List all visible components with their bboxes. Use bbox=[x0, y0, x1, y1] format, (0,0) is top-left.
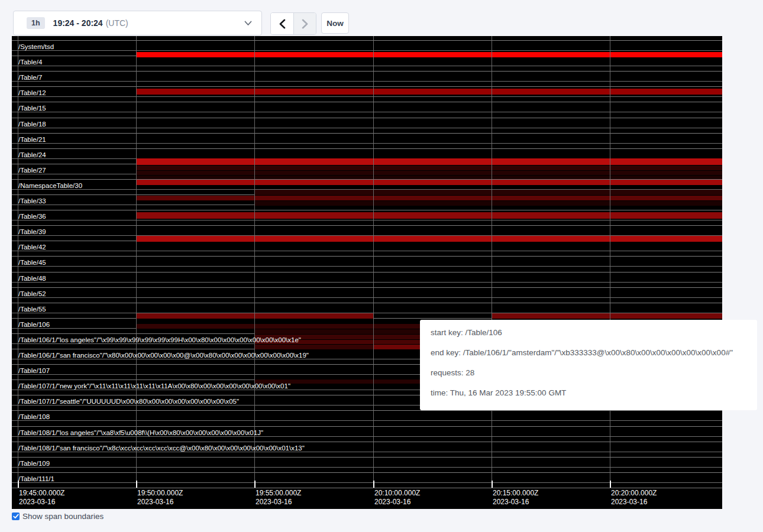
next-interval-button-disabled[interactable] bbox=[293, 13, 316, 34]
row-label: /System/tsd bbox=[18, 43, 54, 51]
row-label: /Table/55 bbox=[18, 306, 46, 313]
heatmap-band[interactable] bbox=[254, 190, 722, 195]
row-label: /Table/107/1/"seattle"/"UUUUUUD\x00\x80\… bbox=[18, 398, 239, 406]
time-bucket-line bbox=[254, 36, 255, 488]
span-boundary-line bbox=[12, 287, 722, 288]
time-range-text: 19:24 - 20:24 bbox=[53, 18, 103, 28]
now-button-label: Now bbox=[326, 19, 344, 28]
row-label: /Table/106/1/"los angeles"/"\x99\x99\x99… bbox=[18, 336, 301, 344]
time-tick bbox=[373, 481, 374, 488]
span-boundary-line bbox=[12, 128, 722, 128]
chevron-down-icon bbox=[244, 18, 252, 28]
heatmap-band[interactable] bbox=[136, 196, 722, 201]
row-label: /Table/109 bbox=[18, 460, 50, 468]
row-label: /Table/111/1 bbox=[18, 475, 54, 483]
span-boundary-line bbox=[12, 251, 722, 251]
span-boundary-line bbox=[12, 81, 722, 82]
time-axis-label: 19:50:00.000Z2023-03-16 bbox=[137, 489, 183, 507]
chevron-right-icon bbox=[301, 19, 309, 29]
span-boundary-line bbox=[12, 282, 722, 283]
key-visualizer-canvas[interactable]: 19:45:00.000Z2023-03-1619:50:00.000Z2023… bbox=[12, 36, 722, 509]
span-boundary-line bbox=[12, 303, 722, 303]
now-button[interactable]: Now bbox=[321, 12, 349, 34]
span-boundary-line bbox=[12, 86, 722, 87]
span-boundary-line bbox=[12, 266, 722, 267]
time-tick bbox=[492, 481, 493, 488]
row-label: /Table/107 bbox=[18, 367, 50, 375]
show-span-boundaries-checkbox[interactable] bbox=[12, 512, 20, 520]
row-label: /Table/48 bbox=[18, 275, 46, 283]
row-label: /Table/15 bbox=[18, 105, 46, 112]
heatmap-band[interactable] bbox=[136, 212, 722, 219]
span-boundary-line bbox=[12, 472, 722, 473]
row-label: /Table/24 bbox=[18, 151, 46, 159]
tooltip-end-key: end key: /Table/106/1/"amsterdam"/"\xb33… bbox=[431, 347, 746, 358]
timezone-text: (UTC) bbox=[106, 18, 128, 28]
heatmap-band[interactable] bbox=[492, 313, 722, 319]
span-boundary-line bbox=[12, 457, 722, 458]
duration-badge: 1h bbox=[27, 17, 45, 29]
row-label: /Table/52 bbox=[18, 290, 46, 298]
span-boundary-line bbox=[12, 225, 722, 226]
heatmap-band[interactable] bbox=[136, 176, 722, 179]
time-axis-label: 20:15:00.000Z2023-03-16 bbox=[493, 489, 538, 507]
time-tick bbox=[136, 481, 137, 488]
heatmap-band[interactable] bbox=[254, 201, 722, 206]
heatmap-band[interactable] bbox=[136, 171, 722, 175]
time-axis-label: 19:45:00.000Z2023-03-16 bbox=[19, 489, 64, 507]
row-label: /Table/106/1/"san francisco"/"\x80\x00\x… bbox=[18, 352, 309, 359]
heatmap-band[interactable] bbox=[136, 166, 722, 170]
span-boundary-line bbox=[12, 297, 722, 298]
span-boundary-line bbox=[12, 410, 722, 411]
row-label: /Table/7 bbox=[18, 74, 42, 82]
chevron-left-icon bbox=[279, 19, 286, 29]
span-boundary-line bbox=[12, 148, 722, 149]
row-label: /Table/42 bbox=[18, 244, 46, 251]
row-label: /Table/108/1/"los angeles"/"\xa8\xf5\u00… bbox=[18, 429, 263, 437]
time-bucket-line bbox=[610, 36, 610, 488]
previous-interval-button[interactable] bbox=[271, 13, 293, 34]
row-label: /NamespaceTable/30 bbox=[18, 182, 82, 190]
span-boundary-line bbox=[12, 426, 722, 427]
span-boundary-line bbox=[12, 40, 722, 41]
time-axis-label: 19:55:00.000Z2023-03-16 bbox=[256, 489, 301, 507]
time-nav-group bbox=[270, 12, 316, 35]
time-tick bbox=[254, 481, 256, 488]
row-label: /Table/36 bbox=[18, 213, 46, 220]
span-boundary-line bbox=[12, 112, 722, 112]
span-boundary-line bbox=[12, 272, 722, 273]
heatmap-band[interactable] bbox=[136, 180, 722, 186]
span-boundary-line bbox=[12, 256, 722, 257]
row-label: /Table/108/1/"san francisco"/"\x8c\xcc\x… bbox=[18, 445, 305, 452]
span-boundary-line bbox=[12, 96, 722, 97]
row-label: /Table/12 bbox=[18, 89, 46, 97]
span-tooltip: start key: /Table/106 end key: /Table/10… bbox=[420, 320, 757, 410]
footer: Show span boundaries bbox=[12, 512, 104, 521]
heatmap-band[interactable] bbox=[136, 158, 722, 165]
span-boundary-line bbox=[12, 118, 722, 118]
time-range-selector[interactable]: 1h 19:24 - 20:24 (UTC) bbox=[13, 11, 262, 35]
span-boundary-line bbox=[12, 220, 722, 220]
row-label: /Table/39 bbox=[18, 228, 46, 236]
span-boundary-line bbox=[12, 482, 722, 483]
span-boundary-line bbox=[12, 133, 722, 134]
row-label: /Table/4 bbox=[18, 59, 42, 66]
row-label: /Table/27 bbox=[18, 167, 46, 174]
span-boundary-line bbox=[12, 488, 722, 488]
heatmap-band[interactable] bbox=[136, 52, 722, 57]
span-boundary-line bbox=[12, 50, 722, 51]
show-span-boundaries-label: Show span boundaries bbox=[22, 512, 104, 521]
row-label: /Table/106 bbox=[18, 321, 50, 329]
heatmap-band[interactable] bbox=[136, 89, 722, 95]
time-axis-label: 20:20:00.000Z2023-03-16 bbox=[611, 489, 657, 507]
span-boundary-line bbox=[12, 467, 722, 468]
tooltip-requests: requests: 28 bbox=[431, 367, 746, 378]
heatmap-band[interactable] bbox=[136, 236, 722, 242]
time-tick bbox=[610, 481, 611, 488]
span-boundary-line bbox=[12, 143, 722, 144]
span-boundary-line bbox=[12, 102, 722, 102]
row-label: /Table/107/1/"new york"/"\x11\x11\x11\x1… bbox=[18, 382, 290, 390]
span-boundary-line bbox=[12, 442, 722, 442]
tooltip-start-key: start key: /Table/106 bbox=[431, 327, 746, 338]
toolbar: 1h 19:24 - 20:24 (UTC) Now bbox=[0, 0, 763, 36]
